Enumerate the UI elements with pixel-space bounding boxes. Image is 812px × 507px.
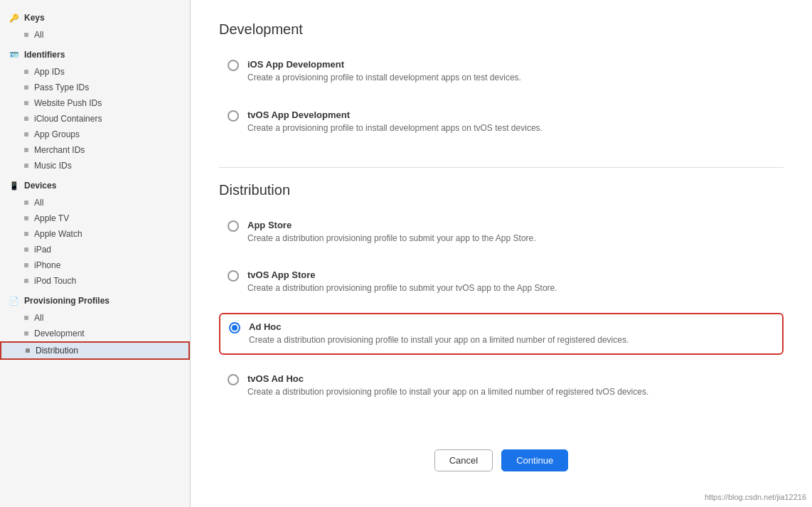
sidebar-item-apple-watch[interactable]: Apple Watch (0, 226, 190, 242)
dot-icon (24, 201, 28, 205)
radio-tvos-app-dev[interactable] (228, 110, 239, 122)
dot-icon (24, 85, 28, 90)
sidebar-item-pass-type-ids[interactable]: Pass Type IDs (0, 80, 190, 95)
devices-all-label: All (34, 198, 43, 208)
sidebar-item-website-push-ids[interactable]: Website Push IDs (0, 95, 190, 111)
radio-tvos-ad-hoc[interactable] (228, 374, 239, 385)
watermark: https://blog.csdn.net/jia12216 (705, 493, 806, 501)
sidebar: 🔑 Keys All 🪪 Identifiers App IDs Pass Ty… (0, 0, 191, 507)
option-tvos-app-store[interactable]: tvOS App Store Create a distribution pro… (219, 262, 784, 301)
dot-icon (24, 263, 28, 267)
sidebar-section-keys: 🔑 Keys All (0, 9, 190, 43)
provisioning-label: Provisioning Profiles (24, 296, 109, 306)
option-app-store[interactable]: App Store Create a distribution provisio… (219, 213, 784, 252)
sidebar-item-music-ids[interactable]: Music IDs (0, 158, 190, 174)
option-title-app-store: App Store (247, 220, 775, 230)
devices-label: Devices (24, 181, 56, 191)
option-tvos-app-dev[interactable]: tvOS App Development Create a provisioni… (219, 102, 784, 142)
option-content-tvos-app-store: tvOS App Store Create a distribution pro… (247, 269, 775, 294)
sidebar-item-profiles-all[interactable]: All (0, 310, 190, 326)
id-icon: 🪪 (9, 49, 20, 60)
pass-type-ids-label: Pass Type IDs (34, 82, 89, 92)
footer: Cancel Continue (219, 435, 784, 486)
distribution-label: Distribution (36, 346, 78, 356)
sidebar-section-provisioning: 📄 Provisioning Profiles All Development … (0, 292, 190, 360)
option-title-tvos-app-dev: tvOS App Development (247, 110, 775, 120)
option-title-tvos-app-store: tvOS App Store (247, 269, 775, 280)
sidebar-item-devices-all[interactable]: All (0, 195, 190, 210)
option-content-tvos-app-dev: tvOS App Development Create a provisioni… (247, 110, 775, 134)
radio-ios-app-dev[interactable] (228, 60, 239, 71)
option-title-ios-app-dev: iOS App Development (247, 59, 775, 70)
sidebar-section-header-identifiers[interactable]: 🪪 Identifiers (0, 46, 190, 64)
ipad-label: iPad (34, 245, 51, 255)
radio-app-store[interactable] (228, 220, 239, 232)
development-title: Development (219, 21, 784, 38)
option-title-ad-hoc: Ad Hoc (249, 321, 774, 332)
device-icon: 📱 (9, 180, 20, 191)
distribution-title: Distribution (219, 182, 784, 198)
dot-icon (24, 70, 28, 74)
option-ad-hoc[interactable]: Ad Hoc Create a distribution provisionin… (219, 313, 784, 355)
sidebar-item-ipad[interactable]: iPad (0, 242, 190, 257)
development-label: Development (34, 329, 85, 338)
continue-button[interactable]: Continue (501, 449, 568, 471)
apple-tv-label: Apple TV (34, 213, 69, 223)
keys-all-label: All (34, 30, 43, 40)
option-content-app-store: App Store Create a distribution provisio… (247, 220, 775, 245)
option-content-ad-hoc: Ad Hoc Create a distribution provisionin… (249, 321, 774, 346)
sidebar-item-keys-all[interactable]: All (0, 27, 190, 43)
sidebar-item-development[interactable]: Development (0, 326, 190, 341)
distribution-section: Distribution App Store Create a distribu… (219, 182, 784, 417)
sidebar-item-distribution[interactable]: Distribution (0, 341, 190, 360)
option-desc-tvos-app-store: Create a distribution provisioning profi… (247, 282, 775, 294)
development-section: Development iOS App Development Create a… (219, 21, 784, 168)
dot-icon (24, 101, 28, 105)
sidebar-section-header-keys[interactable]: 🔑 Keys (0, 9, 190, 27)
sidebar-section-identifiers: 🪪 Identifiers App IDs Pass Type IDs Webs… (0, 46, 190, 174)
option-desc-tvos-app-dev: Create a provisioning profile to install… (247, 122, 775, 134)
dot-icon (24, 117, 28, 121)
app-ids-label: App IDs (34, 67, 65, 77)
sidebar-item-ipod-touch[interactable]: iPod Touch (0, 273, 190, 289)
cancel-button[interactable]: Cancel (434, 449, 493, 471)
option-desc-tvos-ad-hoc: Create a distribution provisioning profi… (247, 386, 775, 398)
identifiers-label: Identifiers (24, 50, 65, 60)
option-desc-ios-app-dev: Create a provisioning profile to install… (247, 72, 775, 84)
icloud-containers-label: iCloud Containers (34, 114, 102, 124)
key-icon: 🔑 (9, 12, 20, 23)
dot-icon (26, 348, 30, 353)
dot-icon (24, 331, 28, 336)
apple-watch-label: Apple Watch (34, 229, 82, 239)
option-ios-app-dev[interactable]: iOS App Development Create a provisionin… (219, 52, 784, 91)
dot-icon (24, 279, 28, 283)
profiles-all-label: All (34, 313, 43, 323)
sidebar-item-apple-tv[interactable]: Apple TV (0, 210, 190, 226)
dot-icon (24, 247, 28, 252)
option-title-tvos-ad-hoc: tvOS Ad Hoc (247, 373, 775, 384)
main-content: Development iOS App Development Create a… (191, 0, 812, 507)
keys-label: Keys (24, 13, 45, 23)
option-desc-app-store: Create a distribution provisioning profi… (247, 233, 775, 245)
radio-ad-hoc[interactable] (229, 322, 240, 333)
dot-icon (24, 316, 28, 320)
sidebar-item-app-groups[interactable]: App Groups (0, 127, 190, 142)
sidebar-item-merchant-ids[interactable]: Merchant IDs (0, 142, 190, 158)
option-content-tvos-ad-hoc: tvOS Ad Hoc Create a distribution provis… (247, 373, 775, 398)
option-desc-ad-hoc: Create a distribution provisioning profi… (249, 334, 774, 346)
option-tvos-ad-hoc[interactable]: tvOS Ad Hoc Create a distribution provis… (219, 366, 784, 405)
dot-icon (24, 216, 28, 220)
dot-icon (24, 132, 28, 137)
sidebar-section-header-provisioning[interactable]: 📄 Provisioning Profiles (0, 292, 190, 310)
iphone-label: iPhone (34, 260, 60, 270)
dot-icon (24, 164, 28, 168)
app-groups-label: App Groups (34, 129, 80, 139)
merchant-ids-label: Merchant IDs (34, 145, 85, 155)
sidebar-item-app-ids[interactable]: App IDs (0, 64, 190, 80)
sidebar-item-iphone[interactable]: iPhone (0, 257, 190, 273)
radio-tvos-app-store[interactable] (228, 270, 239, 282)
sidebar-section-devices: 📱 Devices All Apple TV Apple Watch iPad … (0, 176, 190, 289)
sidebar-section-header-devices[interactable]: 📱 Devices (0, 176, 190, 195)
sidebar-item-icloud-containers[interactable]: iCloud Containers (0, 111, 190, 127)
option-content-ios-app-dev: iOS App Development Create a provisionin… (247, 59, 775, 84)
